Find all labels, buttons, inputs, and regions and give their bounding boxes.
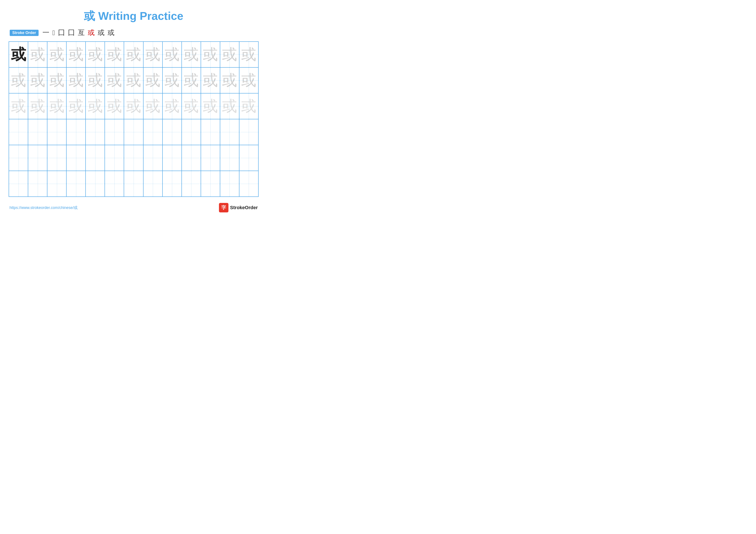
- grid-cell-r4-c8[interactable]: [143, 119, 162, 145]
- grid-cell-r2-c9[interactable]: 或: [162, 67, 182, 93]
- grid-cell-r3-c9[interactable]: 或: [162, 93, 182, 119]
- stroke-char-5: 亙: [78, 28, 85, 38]
- grid-cell-r1-c3[interactable]: 或: [47, 41, 67, 67]
- grid-cell-r6-c11[interactable]: [201, 171, 220, 197]
- grid-cell-r2-c11[interactable]: 或: [201, 67, 220, 93]
- footer-logo-text: StrokeOrder: [230, 205, 258, 211]
- stroke-char-1: 一: [42, 28, 49, 38]
- grid-cell-r4-c13[interactable]: [239, 119, 258, 145]
- grid-cell-r2-c10[interactable]: 或: [182, 67, 201, 93]
- grid-cell-r2-c8[interactable]: 或: [143, 67, 162, 93]
- grid-cell-r5-c11[interactable]: [201, 145, 220, 171]
- grid-cell-r1-c13[interactable]: 或: [239, 41, 258, 67]
- strokeorder-logo-icon: 字: [219, 203, 229, 213]
- grid-cell-r4-c10[interactable]: [182, 119, 201, 145]
- grid-cell-r5-c4[interactable]: [67, 145, 86, 171]
- page-title: 或 Writing Practice: [9, 9, 258, 24]
- grid-cell-r4-c5[interactable]: [86, 119, 105, 145]
- grid-cell-r5-c8[interactable]: [143, 145, 162, 171]
- grid-cell-r4-c9[interactable]: [162, 119, 182, 145]
- grid-cell-r5-c5[interactable]: [86, 145, 105, 171]
- grid-cell-r1-c12[interactable]: 或: [220, 41, 239, 67]
- grid-cell-r1-c1[interactable]: 或: [9, 41, 28, 67]
- grid-cell-r3-c8[interactable]: 或: [143, 93, 162, 119]
- grid-cell-r5-c10[interactable]: [182, 145, 201, 171]
- grid-cell-r2-c13[interactable]: 或: [239, 67, 258, 93]
- grid-cell-r1-c11[interactable]: 或: [201, 41, 220, 67]
- grid-cell-r3-c13[interactable]: 或: [239, 93, 258, 119]
- grid-cell-r6-c12[interactable]: [220, 171, 239, 197]
- practice-grid: 或 或 或 或 或 或 或 或 或 或 或 或 或 或 或 或 或 或 或 或 …: [9, 41, 258, 197]
- grid-cell-r5-c6[interactable]: [105, 145, 124, 171]
- grid-cell-r1-c4[interactable]: 或: [67, 41, 86, 67]
- stroke-char-7: 或: [97, 28, 104, 38]
- grid-cell-r2-c3[interactable]: 或: [47, 67, 67, 93]
- grid-cell-r4-c4[interactable]: [67, 119, 86, 145]
- stroke-char-6-red: 或: [88, 28, 94, 38]
- grid-cell-r2-c5[interactable]: 或: [86, 67, 105, 93]
- grid-cell-r2-c6[interactable]: 或: [105, 67, 124, 93]
- grid-cell-r6-c3[interactable]: [47, 171, 67, 197]
- grid-cell-r5-c3[interactable]: [47, 145, 67, 171]
- grid-cell-r4-c1[interactable]: [9, 119, 28, 145]
- stroke-chars-container: 一 𠄌 囗 囗 亙 或 或 或: [42, 28, 115, 38]
- grid-cell-r3-c4[interactable]: 或: [67, 93, 86, 119]
- grid-cell-r2-c7[interactable]: 或: [124, 67, 143, 93]
- grid-cell-r6-c10[interactable]: [182, 171, 201, 197]
- grid-cell-r1-c7[interactable]: 或: [124, 41, 143, 67]
- footer-logo: 字 StrokeOrder: [219, 203, 258, 213]
- grid-cell-r4-c6[interactable]: [105, 119, 124, 145]
- grid-cell-r6-c4[interactable]: [67, 171, 86, 197]
- grid-cell-r4-c3[interactable]: [47, 119, 67, 145]
- grid-cell-r3-c1[interactable]: 或: [9, 93, 28, 119]
- grid-cell-r5-c2[interactable]: [28, 145, 47, 171]
- grid-cell-r6-c6[interactable]: [105, 171, 124, 197]
- grid-cell-r6-c7[interactable]: [124, 171, 143, 197]
- grid-cell-r2-c1[interactable]: 或: [9, 67, 28, 93]
- grid-cell-r1-c8[interactable]: 或: [143, 41, 162, 67]
- grid-cell-r3-c6[interactable]: 或: [105, 93, 124, 119]
- grid-cell-r6-c5[interactable]: [86, 171, 105, 197]
- grid-cell-r1-c6[interactable]: 或: [105, 41, 124, 67]
- grid-cell-r3-c7[interactable]: 或: [124, 93, 143, 119]
- char-solid: 或: [11, 47, 26, 62]
- grid-cell-r4-c11[interactable]: [201, 119, 220, 145]
- grid-cell-r5-c1[interactable]: [9, 145, 28, 171]
- grid-cell-r3-c12[interactable]: 或: [220, 93, 239, 119]
- stroke-char-2: 𠄌: [52, 29, 55, 37]
- grid-cell-r6-c2[interactable]: [28, 171, 47, 197]
- grid-cell-r4-c12[interactable]: [220, 119, 239, 145]
- stroke-order-row: Stroke Order 一 𠄌 囗 囗 亙 或 或 或: [9, 28, 258, 38]
- grid-cell-r2-c2[interactable]: 或: [28, 67, 47, 93]
- footer-url[interactable]: https://www.strokeorder.com/chinese/或: [10, 205, 78, 210]
- grid-cell-r6-c13[interactable]: [239, 171, 258, 197]
- stroke-char-8: 或: [108, 28, 115, 38]
- grid-cell-r3-c2[interactable]: 或: [28, 93, 47, 119]
- grid-cell-r5-c12[interactable]: [220, 145, 239, 171]
- grid-cell-r4-c2[interactable]: [28, 119, 47, 145]
- grid-cell-r5-c9[interactable]: [162, 145, 182, 171]
- grid-cell-r1-c2[interactable]: 或: [28, 41, 47, 67]
- grid-cell-r1-c10[interactable]: 或: [182, 41, 201, 67]
- grid-cell-r3-c5[interactable]: 或: [86, 93, 105, 119]
- grid-cell-r6-c1[interactable]: [9, 171, 28, 197]
- grid-cell-r3-c11[interactable]: 或: [201, 93, 220, 119]
- stroke-char-3: 囗: [58, 28, 65, 38]
- grid-cell-r3-c3[interactable]: 或: [47, 93, 67, 119]
- footer: https://www.strokeorder.com/chinese/或 字 …: [9, 203, 258, 213]
- grid-cell-r5-c7[interactable]: [124, 145, 143, 171]
- grid-cell-r1-c5[interactable]: 或: [86, 41, 105, 67]
- grid-cell-r3-c10[interactable]: 或: [182, 93, 201, 119]
- stroke-char-4: 囗: [68, 28, 75, 38]
- grid-cell-r2-c4[interactable]: 或: [67, 67, 86, 93]
- stroke-order-badge: Stroke Order: [10, 30, 39, 36]
- grid-cell-r5-c13[interactable]: [239, 145, 258, 171]
- grid-cell-r6-c9[interactable]: [162, 171, 182, 197]
- grid-cell-r1-c9[interactable]: 或: [162, 41, 182, 67]
- grid-cell-r4-c7[interactable]: [124, 119, 143, 145]
- grid-cell-r6-c8[interactable]: [143, 171, 162, 197]
- grid-cell-r2-c12[interactable]: 或: [220, 67, 239, 93]
